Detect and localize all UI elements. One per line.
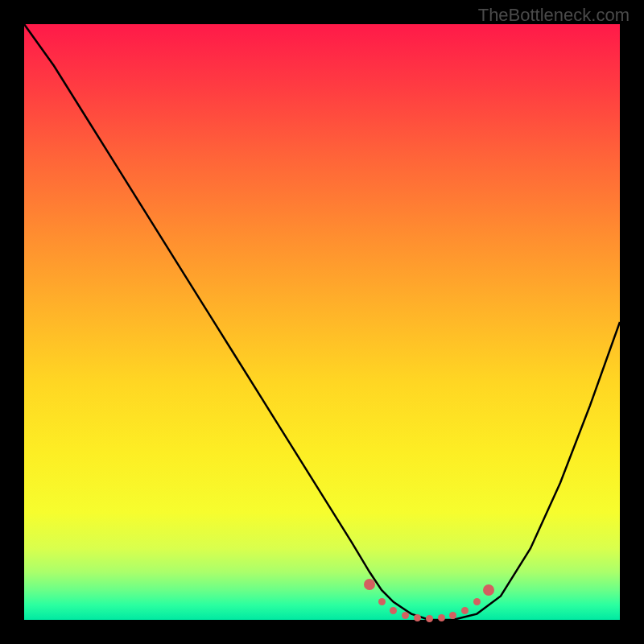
bottleneck-curve	[24, 24, 620, 620]
chart-plot-area	[24, 24, 620, 620]
curve-marker	[426, 615, 433, 622]
curve-marker	[402, 612, 409, 619]
curve-marker	[364, 579, 375, 590]
curve-marker	[438, 614, 445, 621]
curve-marker	[378, 598, 386, 605]
curve-marker	[414, 614, 421, 621]
watermark-text: TheBottleneck.com	[478, 5, 630, 26]
curve-marker	[449, 612, 456, 619]
